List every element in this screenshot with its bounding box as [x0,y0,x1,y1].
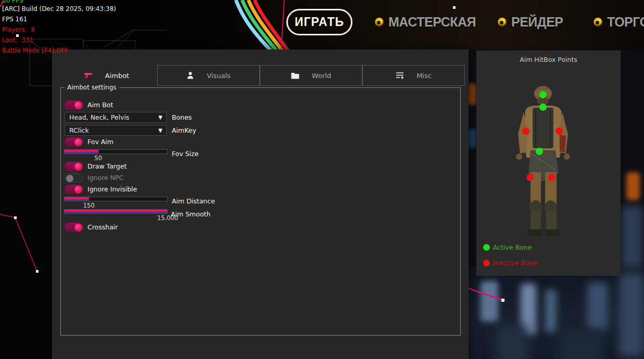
legend-label: Inactive Bone [493,259,537,267]
chevron-down-icon: ▼ [158,114,162,120]
legend-active-bone: Active Bone [483,243,532,251]
coin-icon [498,18,507,27]
hitbox-panel-title: Aim HitBox Points [476,56,621,63]
inactive-bone-dot-icon [483,260,490,266]
background-blob [621,206,643,268]
fov-size-label: Fov Size [172,150,198,158]
nav-item-raider[interactable]: РЕЙДЕР [498,15,563,30]
bone-dot-right-arm [555,127,563,135]
tab-label: Visuals [207,72,231,80]
hud-players-count: Players: 8 [2,26,210,33]
slider-fill [65,210,167,213]
hud-fps-value: FPS 161 [2,16,210,23]
tab-aimbot[interactable]: Aimbot [55,65,158,86]
hud-build-info: [ARC] Build (Dec 28 2025, 09:43:38) [2,5,210,12]
aim-distance-slider[interactable]: 150 [64,197,168,201]
sliders-plus-icon [396,72,404,80]
tab-misc[interactable]: Misc [362,65,465,86]
background-blob [496,325,528,359]
draw-target-label: Draw Target [87,162,127,170]
legend-label: Active Bone [493,243,532,251]
bone-dot-pelvis [536,148,543,155]
bone-dot-left-thigh [526,174,534,181]
aim-bot-label: Aim Bot [87,101,113,109]
background-blob [481,281,498,322]
nav-item-label: МАСТЕРСКАЯ [388,15,476,30]
bone-dot-neck [539,104,547,111]
folder-icon [291,72,299,79]
background-blob [587,283,608,330]
ignore-npc-toggle[interactable] [65,173,83,183]
aim-smooth-label: Aim Smooth [171,210,210,218]
legend-inactive-bone: Inactive Bone [483,259,537,267]
background-blob [559,329,602,359]
slider-track[interactable] [64,149,168,154]
nav-item-trade[interactable]: ТОРГО [594,15,644,30]
chevron-down-icon: ▼ [158,127,162,133]
ignore-invisible-toggle[interactable] [65,185,83,194]
aim-smooth-slider[interactable]: 15.000 [64,209,168,214]
draw-target-toggle[interactable] [65,162,83,171]
groupbox-title: Aimbot settings [65,84,119,91]
hud-fps-counter: 30 FPS [2,0,210,4]
background-blob [619,273,644,356]
nav-item-label: РЕЙДЕР [511,15,563,30]
crosshair-label: Crosshair [87,223,118,231]
fov-size-slider[interactable]: 50 [64,149,168,154]
play-button-label: ИГРАТЬ [295,15,344,29]
aimkey-dropdown[interactable]: RClick ▼ [65,125,167,136]
tab-world[interactable]: World [260,65,362,86]
bones-dropdown-value: Head, Neck, Pelvis [69,113,129,121]
aim-bot-toggle[interactable] [65,100,83,110]
slider-fill [65,197,89,201]
fov-aim-label: Fov Aim [87,138,113,146]
bone-dot-head [539,91,547,98]
slider-track[interactable] [64,197,168,201]
aim-distance-label: Aim Distance [172,197,215,205]
background-blob [626,172,640,200]
bones-label: Bones [172,113,192,121]
fov-aim-toggle[interactable] [65,137,83,147]
person-icon [186,71,194,80]
background-blob [545,290,557,332]
pistol-icon [84,72,93,79]
coin-icon [594,18,602,27]
coin-icon [375,18,384,27]
tab-label: Aimbot [105,72,129,80]
debug-hud: 30 FPS [ARC] Build (Dec 28 2025, 09:43:3… [2,0,10,58]
cheat-menu-panel: Aimbot Visuals World [52,49,469,359]
play-button[interactable]: ИГРАТЬ [286,9,352,35]
hitbox-preview-panel: Aim HitBox Points [476,50,621,276]
aimkey-label: AimKey [172,126,196,134]
game-screen: 30 FPS [ARC] Build (Dec 28 2025, 09:43:3… [0,0,644,359]
aim-distance-value: 150 [83,202,95,209]
bone-dot-right-thigh [548,174,555,181]
bones-dropdown[interactable]: Head, Neck, Pelvis ▼ [65,112,167,123]
hud-battle-mode: Battle Mode [F4]:OFF [2,47,210,54]
fov-size-value: 50 [94,155,102,162]
bone-dot-left-arm [522,127,529,135]
tab-label: World [312,72,331,80]
tab-visuals[interactable]: Visuals [157,65,260,86]
nav-item-workshop[interactable]: МАСТЕРСКАЯ [375,15,476,30]
ignore-invisible-label: Ignore Invisible [87,185,137,193]
slider-fill [65,150,98,153]
hud-loot-count: Loot: 331 [2,36,210,44]
tab-label: Misc [416,72,432,80]
slider-track[interactable] [64,209,168,214]
active-bone-dot-icon [483,244,490,251]
nav-item-label: ТОРГО [607,15,644,30]
crosshair-toggle[interactable] [65,223,83,232]
aimkey-dropdown-value: RClick [69,126,89,134]
ignore-npc-label: Ignore NPC [87,174,123,182]
